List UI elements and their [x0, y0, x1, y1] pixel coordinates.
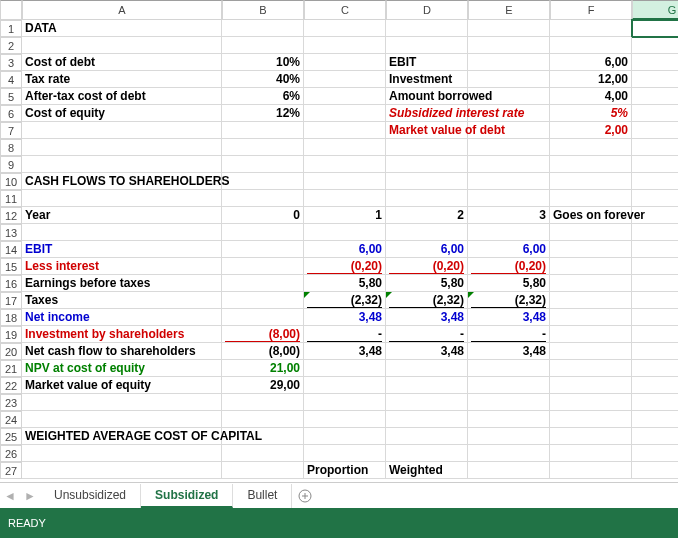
cell-G13[interactable]	[632, 224, 678, 241]
tab-nav-next-icon[interactable]: ►	[20, 489, 40, 503]
cell-D3[interactable]: EBIT	[386, 54, 468, 71]
cell-F26[interactable]	[550, 445, 632, 462]
cell-G20[interactable]	[632, 343, 678, 360]
cell-C2[interactable]	[304, 37, 386, 54]
cell-E23[interactable]	[468, 394, 550, 411]
cell-F23[interactable]	[550, 394, 632, 411]
cell-G10[interactable]	[632, 173, 678, 190]
cell-E20[interactable]: 3,48	[468, 343, 550, 360]
cell-A3[interactable]: Cost of debt	[22, 54, 222, 71]
cell-E8[interactable]	[468, 139, 550, 156]
cell-B12[interactable]: 0	[222, 207, 304, 224]
column-header-D[interactable]: D	[386, 0, 468, 20]
cell-E11[interactable]	[468, 190, 550, 207]
cell-B5[interactable]: 6%	[222, 88, 304, 105]
row-header-20[interactable]: 20	[0, 343, 22, 360]
cell-B20[interactable]: (8,00)	[222, 343, 304, 360]
cell-F24[interactable]	[550, 411, 632, 428]
cell-B4[interactable]: 40%	[222, 71, 304, 88]
cell-E15[interactable]: (0,20)	[468, 258, 550, 275]
row-header-25[interactable]: 25	[0, 428, 22, 445]
cell-B27[interactable]	[222, 462, 304, 479]
cell-F25[interactable]	[550, 428, 632, 445]
cell-A26[interactable]	[22, 445, 222, 462]
cell-G27[interactable]	[632, 462, 678, 479]
row-header-7[interactable]: 7	[0, 122, 22, 139]
cell-D14[interactable]: 6,00	[386, 241, 468, 258]
tab-nav-prev-icon[interactable]: ◄	[0, 489, 20, 503]
cell-G21[interactable]	[632, 360, 678, 377]
column-header-G[interactable]: G	[632, 0, 678, 20]
cell-F9[interactable]	[550, 156, 632, 173]
cell-E19[interactable]: -	[468, 326, 550, 343]
row-header-10[interactable]: 10	[0, 173, 22, 190]
cell-B6[interactable]: 12%	[222, 105, 304, 122]
cell-A24[interactable]	[22, 411, 222, 428]
cell-G18[interactable]	[632, 309, 678, 326]
cell-G26[interactable]	[632, 445, 678, 462]
cell-C10[interactable]	[304, 173, 386, 190]
sheet-tab-bullet[interactable]: Bullet	[233, 484, 292, 508]
cell-A25[interactable]: WEIGHTED AVERAGE COST OF CAPITAL	[22, 428, 222, 445]
spreadsheet-grid[interactable]: ABCDEFG 1DATA23Cost of debt10%EBIT6,004T…	[0, 0, 678, 482]
cell-D2[interactable]	[386, 37, 468, 54]
cell-E18[interactable]: 3,48	[468, 309, 550, 326]
column-header-F[interactable]: F	[550, 0, 632, 20]
cell-A22[interactable]: Market value of equity	[22, 377, 222, 394]
cell-A6[interactable]: Cost of equity	[22, 105, 222, 122]
cell-D18[interactable]: 3,48	[386, 309, 468, 326]
cell-G25[interactable]	[632, 428, 678, 445]
cell-C4[interactable]	[304, 71, 386, 88]
cell-C11[interactable]	[304, 190, 386, 207]
cell-B1[interactable]	[222, 20, 304, 37]
cell-A17[interactable]: Taxes	[22, 292, 222, 309]
cell-F2[interactable]	[550, 37, 632, 54]
cell-G19[interactable]	[632, 326, 678, 343]
cell-D4[interactable]: Investment	[386, 71, 468, 88]
select-all-corner[interactable]	[0, 0, 22, 20]
cell-C23[interactable]	[304, 394, 386, 411]
cell-A16[interactable]: Earnings before taxes	[22, 275, 222, 292]
cell-D11[interactable]	[386, 190, 468, 207]
cell-F12[interactable]: Goes on forever	[550, 207, 632, 224]
cell-E21[interactable]	[468, 360, 550, 377]
cell-E6[interactable]	[468, 105, 550, 122]
cell-F18[interactable]	[550, 309, 632, 326]
cell-D22[interactable]	[386, 377, 468, 394]
cell-E9[interactable]	[468, 156, 550, 173]
cell-F14[interactable]	[550, 241, 632, 258]
row-header-11[interactable]: 11	[0, 190, 22, 207]
cell-F8[interactable]	[550, 139, 632, 156]
cell-A11[interactable]	[22, 190, 222, 207]
cell-E25[interactable]	[468, 428, 550, 445]
column-header-B[interactable]: B	[222, 0, 304, 20]
cell-C8[interactable]	[304, 139, 386, 156]
cell-B8[interactable]	[222, 139, 304, 156]
cell-C19[interactable]: -	[304, 326, 386, 343]
cell-E22[interactable]	[468, 377, 550, 394]
cell-A21[interactable]: NPV at cost of equity	[22, 360, 222, 377]
cell-E3[interactable]	[468, 54, 550, 71]
cell-G5[interactable]	[632, 88, 678, 105]
cell-C20[interactable]: 3,48	[304, 343, 386, 360]
cell-A14[interactable]: EBIT	[22, 241, 222, 258]
cell-B10[interactable]	[222, 173, 304, 190]
cell-F5[interactable]: 4,00	[550, 88, 632, 105]
cell-G23[interactable]	[632, 394, 678, 411]
cell-D16[interactable]: 5,80	[386, 275, 468, 292]
cell-F15[interactable]	[550, 258, 632, 275]
row-header-26[interactable]: 26	[0, 445, 22, 462]
cell-G3[interactable]	[632, 54, 678, 71]
row-header-3[interactable]: 3	[0, 54, 22, 71]
row-header-5[interactable]: 5	[0, 88, 22, 105]
row-header-17[interactable]: 17	[0, 292, 22, 309]
cell-D6[interactable]: Subsidized interest rate	[386, 105, 468, 122]
cell-D17[interactable]: (2,32)	[386, 292, 468, 309]
cell-D23[interactable]	[386, 394, 468, 411]
cell-G4[interactable]	[632, 71, 678, 88]
cell-F13[interactable]	[550, 224, 632, 241]
cell-C5[interactable]	[304, 88, 386, 105]
cell-D21[interactable]	[386, 360, 468, 377]
cell-C27[interactable]: Proportion	[304, 462, 386, 479]
cell-B17[interactable]	[222, 292, 304, 309]
